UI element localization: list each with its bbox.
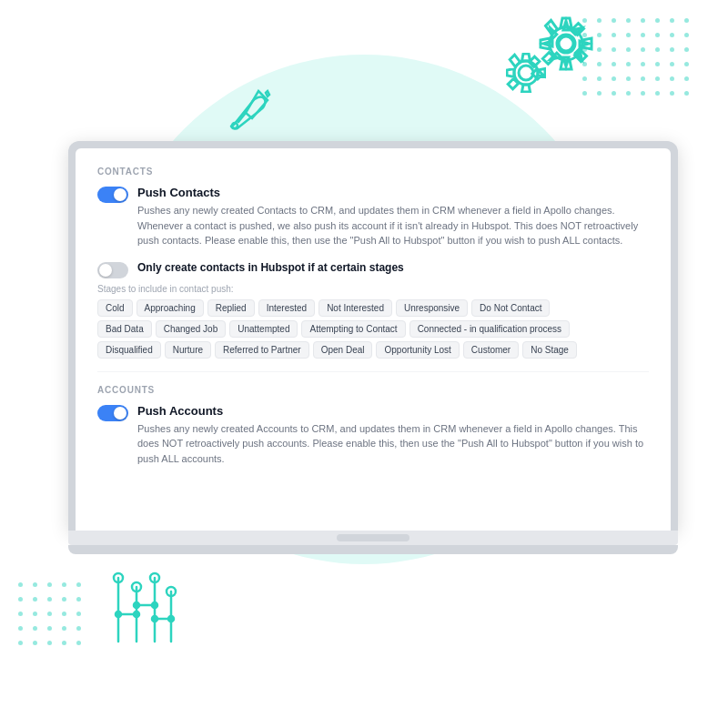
tag-unattempted[interactable]: Unattempted: [229, 320, 298, 338]
svg-point-22: [168, 616, 174, 622]
tag-changed-job[interactable]: Changed Job: [156, 320, 227, 338]
tag-interested[interactable]: Interested: [258, 299, 315, 317]
push-accounts-content: Push Accounts Pushes any newly created A…: [137, 404, 649, 467]
medium-gear-icon: [506, 53, 546, 93]
large-gear-icon: [539, 16, 593, 71]
laptop-stand: [68, 545, 678, 554]
push-contacts-content: Push Contacts Pushes any newly created C…: [137, 186, 649, 248]
screen-content: CONTACTS Push Contacts Pushes any newly …: [76, 148, 671, 497]
svg-point-3: [519, 66, 533, 80]
contacts-section-label: CONTACTS: [97, 167, 649, 177]
push-contacts-row: Push Contacts Pushes any newly created C…: [97, 186, 649, 248]
stages-tags-row3: Disqualified Nurture Referred to Partner…: [97, 341, 649, 359]
wrench-screwdriver-icon: [220, 84, 275, 138]
tag-no-stage[interactable]: No Stage: [522, 341, 577, 359]
tag-nurture[interactable]: Nurture: [165, 341, 211, 359]
dots-pattern-bottom-left: [18, 582, 109, 673]
push-accounts-toggle[interactable]: [97, 405, 128, 421]
section-divider: [97, 371, 649, 372]
tag-unresponsive[interactable]: Unresponsive: [396, 299, 468, 317]
svg-point-21: [152, 616, 157, 622]
stages-tags-row1: Cold Approaching Replied Interested Not …: [97, 299, 649, 317]
laptop-base: [68, 531, 678, 545]
tag-replied[interactable]: Replied: [207, 299, 255, 317]
svg-point-19: [134, 602, 139, 608]
only-certain-stages-toggle[interactable]: [97, 262, 128, 278]
tag-disqualified[interactable]: Disqualified: [97, 341, 161, 359]
svg-point-5: [232, 123, 238, 128]
tag-attempting-to-contact[interactable]: Attempting to Contact: [301, 320, 405, 338]
push-contacts-desc: Pushes any newly created Contacts to CRM…: [137, 203, 649, 248]
tag-cold[interactable]: Cold: [97, 299, 133, 317]
only-certain-stages-row: Only create contacts in Hubspot if at ce…: [97, 261, 649, 278]
push-contacts-title: Push Contacts: [137, 186, 649, 199]
push-accounts-title: Push Accounts: [137, 404, 649, 418]
tag-not-interested[interactable]: Not Interested: [318, 299, 392, 317]
tag-bad-data[interactable]: Bad Data: [97, 320, 152, 338]
tag-connected-qualification[interactable]: Connected - in qualification process: [410, 320, 570, 338]
only-certain-stages-title: Only create contacts in Hubspot if at ce…: [137, 261, 404, 274]
stages-label: Stages to include in contact push:: [97, 284, 649, 294]
laptop-screen: CONTACTS Push Contacts Pushes any newly …: [76, 148, 671, 531]
tag-approaching[interactable]: Approaching: [136, 299, 204, 317]
svg-point-2: [559, 36, 573, 51]
tag-do-not-contact[interactable]: Do Not Contact: [471, 299, 550, 317]
laptop-mockup: CONTACTS Push Contacts Pushes any newly …: [68, 141, 678, 554]
circuit-decoration-icon: [100, 569, 182, 678]
tag-customer[interactable]: Customer: [463, 341, 519, 359]
laptop-bezel: CONTACTS Push Contacts Pushes any newly …: [68, 141, 678, 531]
accounts-section-label: ACCOUNTS: [97, 385, 649, 395]
tag-referred-to-partner[interactable]: Referred to Partner: [215, 341, 309, 359]
svg-point-20: [152, 602, 157, 608]
dots-pattern-top-right: [582, 18, 710, 127]
push-accounts-desc: Pushes any newly created Accounts to CRM…: [137, 421, 649, 467]
tag-opportunity-lost[interactable]: Opportunity Lost: [376, 341, 459, 359]
svg-point-18: [134, 612, 139, 617]
push-contacts-toggle[interactable]: [97, 187, 128, 203]
push-accounts-row: Push Accounts Pushes any newly created A…: [97, 404, 649, 467]
tag-open-deal[interactable]: Open Deal: [313, 341, 373, 359]
stages-tags-row2: Bad Data Changed Job Unattempted Attempt…: [97, 320, 649, 338]
svg-point-17: [116, 612, 121, 617]
